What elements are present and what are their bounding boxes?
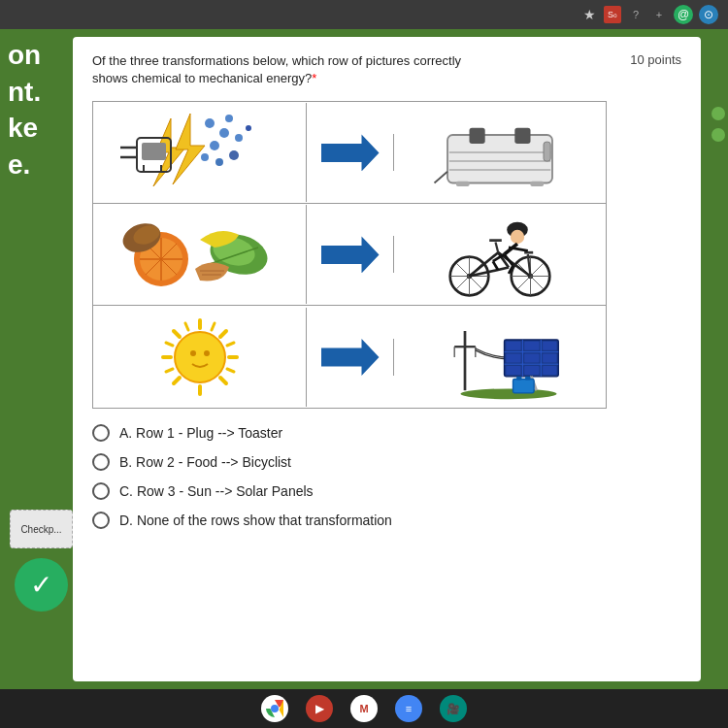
- option-d-label: D. None of the rows show that transforma…: [119, 513, 392, 528]
- option-d[interactable]: D. None of the rows show that transforma…: [92, 512, 681, 529]
- right-btn-1[interactable]: [711, 107, 725, 120]
- svg-rect-101: [506, 366, 520, 375]
- svg-rect-17: [447, 135, 552, 183]
- svg-point-110: [271, 705, 279, 712]
- solar-image: [430, 314, 570, 401]
- svg-rect-12: [142, 143, 166, 160]
- points-label: 10 points: [630, 52, 681, 67]
- required-marker: *: [312, 71, 316, 85]
- question-text: Of the three transformations below, whic…: [92, 52, 500, 87]
- svg-rect-97: [543, 342, 556, 350]
- cell-arrow-1: [307, 134, 394, 171]
- cell-food: [93, 205, 307, 304]
- svg-point-5: [225, 115, 233, 122]
- svg-rect-100: [543, 353, 556, 362]
- info-icon[interactable]: ?: [627, 6, 645, 23]
- chrome-icon[interactable]: [261, 695, 288, 722]
- sidebar-text-ke: ke: [8, 112, 38, 145]
- svg-line-78: [227, 343, 234, 346]
- option-c[interactable]: C. Row 3 - Sun --> Solar Panels: [92, 482, 681, 500]
- svg-rect-98: [506, 353, 520, 362]
- option-b-label: B. Row 2 - Food --> Bicyclist: [119, 454, 291, 470]
- question-header: Of the three transformations below, whic…: [92, 52, 681, 87]
- cell-arrow-2: [307, 236, 394, 273]
- svg-point-3: [219, 128, 229, 138]
- radio-d[interactable]: [92, 512, 110, 529]
- svg-rect-102: [524, 366, 539, 375]
- svg-line-73: [220, 378, 226, 383]
- s0-icon[interactable]: S₀: [604, 6, 621, 23]
- checkpoint-card[interactable]: Checkp...: [10, 510, 73, 548]
- option-a-label: A. Row 1 - Plug --> Toaster: [119, 425, 282, 441]
- right-sidebar: [709, 29, 728, 689]
- cell-plug: [93, 103, 307, 202]
- svg-rect-25: [531, 182, 545, 186]
- table-row-2: [93, 204, 606, 306]
- svg-rect-106: [513, 379, 535, 392]
- svg-point-10: [215, 158, 223, 166]
- svg-line-26: [435, 172, 448, 183]
- svg-point-84: [204, 350, 210, 356]
- svg-rect-95: [506, 342, 520, 350]
- sidebar-text-nt: nt.: [8, 76, 41, 109]
- svg-rect-23: [544, 143, 550, 162]
- svg-point-7: [201, 153, 209, 161]
- toaster-image: [430, 109, 570, 196]
- add-icon[interactable]: +: [650, 6, 668, 23]
- svg-rect-107: [516, 377, 521, 381]
- meet-icon[interactable]: 🎥: [440, 695, 467, 722]
- cell-cyclist: [394, 205, 606, 304]
- svg-point-9: [246, 125, 251, 131]
- docs-icon[interactable]: ≡: [395, 695, 422, 722]
- svg-line-67: [493, 262, 498, 271]
- right-btn-2[interactable]: [711, 128, 725, 142]
- account-icon[interactable]: @: [674, 5, 693, 24]
- svg-line-79: [227, 369, 234, 372]
- svg-line-76: [185, 323, 188, 330]
- bookmark-icon[interactable]: ★: [580, 6, 598, 23]
- table-row-3: [93, 306, 606, 408]
- arrow-icon-3: [321, 339, 380, 376]
- svg-rect-24: [456, 182, 470, 186]
- svg-marker-1: [173, 114, 205, 184]
- cyclist-image: [430, 211, 570, 298]
- options-list: A. Row 1 - Plug --> Toaster B. Row 2 - F…: [92, 424, 681, 529]
- youtube-icon[interactable]: ▶: [306, 695, 333, 722]
- svg-point-61: [511, 230, 524, 244]
- cell-solar: [394, 308, 606, 407]
- radio-c[interactable]: [92, 482, 110, 500]
- svg-rect-108: [525, 377, 530, 381]
- option-c-label: C. Row 3 - Sun --> Solar Panels: [119, 483, 314, 499]
- svg-point-6: [235, 134, 243, 142]
- svg-point-8: [229, 150, 239, 160]
- cell-sun: [93, 308, 307, 407]
- svg-rect-18: [470, 128, 485, 144]
- content-panel: Of the three transformations below, whic…: [73, 37, 701, 681]
- gmail-icon[interactable]: M: [350, 695, 378, 722]
- svg-point-82: [175, 332, 225, 382]
- svg-line-75: [174, 378, 180, 383]
- checkmark-button[interactable]: ✓: [15, 558, 68, 612]
- arrow-icon-1: [321, 134, 380, 171]
- browser-bar: ★ S₀ ? + @ ⊙: [0, 0, 728, 29]
- svg-line-77: [212, 323, 215, 330]
- checkpoint-label: Checkp...: [20, 524, 61, 535]
- svg-rect-103: [543, 366, 556, 375]
- apps-icon[interactable]: ⊙: [699, 5, 718, 24]
- arrow-icon-2: [321, 236, 380, 273]
- option-a[interactable]: A. Row 1 - Plug --> Toaster: [92, 424, 681, 442]
- cell-toaster: [394, 103, 606, 202]
- radio-a[interactable]: [92, 424, 110, 442]
- svg-line-81: [166, 343, 173, 346]
- sidebar-text-on: on: [8, 39, 41, 72]
- svg-point-83: [190, 350, 196, 356]
- svg-point-85: [461, 388, 557, 399]
- option-b[interactable]: B. Row 2 - Food --> Bicyclist: [92, 453, 681, 471]
- food-image: [113, 211, 287, 298]
- svg-line-72: [174, 331, 180, 337]
- radio-b[interactable]: [92, 453, 110, 471]
- svg-point-4: [210, 141, 219, 150]
- svg-point-2: [205, 118, 215, 128]
- svg-rect-19: [514, 128, 530, 144]
- svg-line-56: [496, 243, 499, 253]
